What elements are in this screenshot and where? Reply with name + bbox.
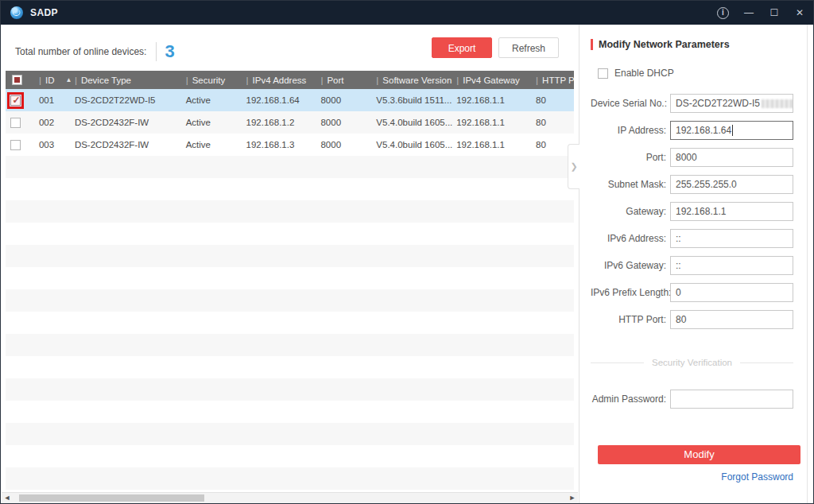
table-row-empty <box>6 378 574 401</box>
admin-password-input[interactable] <box>670 390 793 409</box>
panel-collapse-tab[interactable]: ❯ <box>568 144 579 189</box>
table-row-device-003[interactable]: 003DS-2CD2432F-IWActive192.168.1.38000V5… <box>6 134 574 156</box>
table-header: |ID▲|Device Type|Security|IPv4 Address|P… <box>6 71 574 89</box>
cell-software_version: V5.3.6build 1511... <box>372 95 455 105</box>
form-row-ipv6-prefix-length: IPv6 Prefix Length:0 <box>591 283 793 302</box>
header-separator: | <box>246 76 249 85</box>
device-list-section: Total number of online devices: 3 Export… <box>1 25 579 503</box>
close-button[interactable]: ✕ <box>794 1 805 25</box>
column-header-ipv4-gateway[interactable]: |IPv4 Gateway <box>455 76 526 85</box>
cell-id: 002 <box>29 118 71 127</box>
ipv6-gateway-label: IPv6 Gateway: <box>591 260 670 271</box>
select-all-checkbox[interactable] <box>12 75 22 85</box>
modify-network-panel: ❯ Modify Network Parameters Enable DHCP … <box>579 25 814 503</box>
minimize-button[interactable]: — <box>743 1 754 25</box>
scrollbar-thumb[interactable] <box>19 494 204 502</box>
title-bar: SADP i — ☐ ✕ <box>1 1 813 25</box>
cell-security: Active <box>182 140 242 149</box>
http-port-input[interactable]: 80 <box>670 310 793 329</box>
gateway-input[interactable]: 192.168.1.1 <box>670 202 793 221</box>
form-row-gateway: Gateway:192.168.1.1 <box>591 202 793 221</box>
header-separator: | <box>536 76 538 85</box>
cell-ipv4_address: 192.168.1.64 <box>242 95 316 105</box>
column-header-device-type[interactable]: |Device Type <box>71 76 182 85</box>
security-verification-divider: Security Verification <box>591 358 793 367</box>
port-input[interactable]: 8000 <box>670 148 793 167</box>
enable-dhcp-checkbox[interactable] <box>598 68 608 79</box>
device-serial-no-input[interactable]: DS-2CD2T22WD-I5 <box>670 94 793 113</box>
refresh-button[interactable]: Refresh <box>498 37 559 58</box>
ipv6-prefix-length-input[interactable]: 0 <box>670 283 793 302</box>
admin-password-label: Admin Password: <box>591 394 670 405</box>
form-row-ipv6-gateway: IPv6 Gateway::: <box>591 256 793 275</box>
column-header-security[interactable]: |Security <box>182 76 242 85</box>
gateway-label: Gateway: <box>591 206 670 217</box>
table-row-empty <box>6 200 574 223</box>
total-devices-label: Total number of online devices: <box>15 46 146 57</box>
sadp-window: SADP i — ☐ ✕ Total number of online devi… <box>0 0 814 504</box>
cell-ipv4_gateway: 192.168.1.1 <box>455 118 526 127</box>
header-separator: | <box>456 76 459 85</box>
device-serial-no-label: Device Serial No.: <box>591 98 670 109</box>
form-row-ipv6-address: IPv6 Address::: <box>591 229 793 248</box>
table-row-empty <box>6 267 574 289</box>
port-label: Port: <box>591 152 670 163</box>
ipv6-gateway-input[interactable]: :: <box>670 256 793 275</box>
info-icon[interactable]: i <box>717 7 729 19</box>
security-verification-label: Security Verification <box>652 358 732 367</box>
row-checkbox[interactable] <box>10 140 21 150</box>
divider <box>156 42 157 61</box>
cell-http_port: 80 <box>526 140 574 149</box>
cell-ipv4_gateway: 192.168.1.1 <box>455 140 526 149</box>
export-button[interactable]: Export <box>432 37 492 58</box>
http-port-label: HTTP Port: <box>591 314 670 325</box>
column-header-ipv4-address[interactable]: |IPv4 Address <box>242 76 316 85</box>
column-header-port[interactable]: |Port <box>315 76 372 85</box>
table-row-empty <box>6 356 574 378</box>
panel-right-edge <box>807 25 808 503</box>
table-row-empty <box>6 423 574 445</box>
cell-port: 8000 <box>315 118 372 127</box>
row-checkbox[interactable] <box>10 95 21 106</box>
table-row-empty <box>6 289 574 312</box>
cell-id: 003 <box>29 140 71 149</box>
forgot-password-link[interactable]: Forgot Password <box>591 471 793 483</box>
red-annotation-box <box>7 92 24 109</box>
subnet-mask-label: Subnet Mask: <box>591 179 670 190</box>
table-row-device-001[interactable]: 001DS-2CD2T22WD-I5Active192.168.1.648000… <box>6 89 574 111</box>
sadp-logo-icon <box>10 6 23 19</box>
device-table: |ID▲|Device Type|Security|IPv4 Address|P… <box>6 71 574 492</box>
header-separator: | <box>186 76 188 85</box>
table-row-empty <box>6 334 574 356</box>
column-header-http-port[interactable]: |HTTP Port <box>526 76 574 85</box>
cell-ipv4_gateway: 192.168.1.1 <box>455 95 526 105</box>
ip-address-input[interactable]: 192.168.1.64 <box>670 121 793 140</box>
form-row-http-port: HTTP Port:80 <box>591 310 793 329</box>
row-checkbox[interactable] <box>10 118 21 128</box>
horizontal-scrollbar[interactable]: ◄ ► <box>2 492 578 503</box>
table-row-empty <box>6 467 574 490</box>
header-separator: | <box>320 76 323 85</box>
column-header-id[interactable]: |ID▲ <box>29 76 71 85</box>
app-title: SADP <box>30 7 58 18</box>
form-row-port: Port:8000 <box>591 148 793 167</box>
column-header-software-version[interactable]: |Software Version <box>372 76 455 85</box>
maximize-button[interactable]: ☐ <box>769 1 780 25</box>
table-row-device-002[interactable]: 002DS-2CD2432F-IWActive192.168.1.28000V5… <box>6 111 574 134</box>
scroll-right-arrow-icon[interactable]: ► <box>567 493 578 503</box>
serial-redacted-blur <box>762 99 793 108</box>
table-row-empty <box>6 178 574 200</box>
cell-device_type: DS-2CD2T22WD-I5 <box>71 95 182 105</box>
cell-device_type: DS-2CD2432F-IW <box>71 140 182 149</box>
ip-address-label: IP Address: <box>591 125 670 136</box>
form-row-ip-address: IP Address:192.168.1.64 <box>591 121 793 140</box>
cell-http_port: 80 <box>526 118 574 127</box>
ipv6-address-input[interactable]: :: <box>670 229 793 248</box>
scroll-left-arrow-icon[interactable]: ◄ <box>2 493 13 503</box>
subnet-mask-input[interactable]: 255.255.255.0 <box>670 175 793 194</box>
modify-button[interactable]: Modify <box>598 445 800 464</box>
select-all-checkbox-cell[interactable] <box>6 75 29 85</box>
ipv6-prefix-length-label: IPv6 Prefix Length: <box>591 287 670 298</box>
table-row-empty <box>6 223 574 245</box>
enable-dhcp-label: Enable DHCP <box>614 68 674 79</box>
